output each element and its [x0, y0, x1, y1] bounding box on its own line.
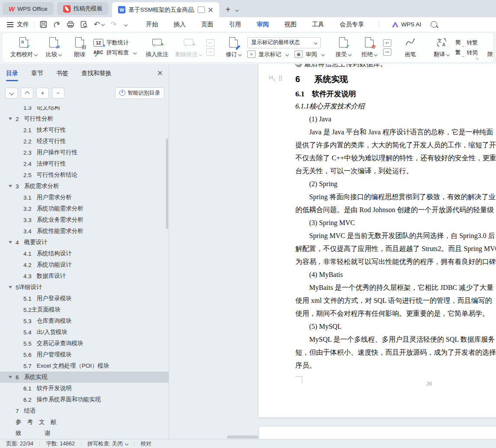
- track-changes-button[interactable]: 修订: [221, 35, 246, 60]
- next-comment-icon[interactable]: ↪: [206, 48, 214, 56]
- restrict-edit-button[interactable]: 限制编辑: [485, 35, 494, 60]
- zoom-in-button[interactable]: +: [36, 88, 49, 98]
- word-count-indicator[interactable]: 字数: 14862: [46, 440, 75, 448]
- toc-item-5.5[interactable]: 5.5交易记录查询模块: [0, 338, 169, 349]
- toc-item-2.4[interactable]: 2.4法律可行性: [0, 158, 169, 169]
- tab-wps-office[interactable]: W WPS Office: [3, 2, 54, 15]
- spell-check-button[interactable]: ABC 拼写检查: [93, 49, 136, 57]
- tab-template[interactable]: 找稿壳模板: [57, 2, 109, 15]
- next-change-icon[interactable]: ↪: [383, 48, 391, 56]
- toc-item-5.7[interactable]: 5.7Excel 文档处理（POI）模块: [0, 360, 169, 372]
- toc-item-4[interactable]: 4概要设计: [0, 237, 169, 248]
- markup-state-select[interactable]: 显示标记的最终状态: [247, 37, 321, 48]
- save-icon[interactable]: [40, 21, 47, 28]
- toc-item-5.3[interactable]: 5.3仓库查询模块: [0, 315, 169, 327]
- horizontal-scrollbar-thumb[interactable]: [227, 435, 258, 438]
- toc-item-致 谢[interactable]: 致 谢: [0, 428, 169, 439]
- file-menu[interactable]: 文件: [17, 21, 29, 29]
- close-pane-icon[interactable]: [157, 70, 163, 76]
- menu-item-插入[interactable]: 插入: [166, 19, 194, 31]
- tab-chapters[interactable]: 章节: [31, 70, 43, 77]
- redo-icon[interactable]: ↷: [110, 21, 116, 28]
- collapse-triangle-icon[interactable]: [9, 185, 16, 187]
- translate-button[interactable]: 文 A 翻译: [429, 35, 454, 60]
- toc-item-4.1[interactable]: 4.1系统结构设计: [0, 248, 169, 259]
- search-icon[interactable]: [431, 21, 437, 28]
- menu-item-工具[interactable]: 工具: [304, 19, 332, 31]
- toc-item-5.1[interactable]: 5.1用户登录模块: [0, 293, 169, 304]
- delete-comment-button[interactable]: × 删除批注: [173, 35, 205, 60]
- toc-item-3.1[interactable]: 3.1用户需求分析: [0, 192, 169, 203]
- menu-item-引用[interactable]: 引用: [221, 19, 249, 31]
- toc-item-5.2[interactable]: 5.2主页面模块: [0, 304, 169, 315]
- tab-contents[interactable]: 目录: [6, 70, 18, 77]
- toc-item-7[interactable]: 7结语: [0, 405, 169, 416]
- print-icon[interactable]: [67, 21, 74, 28]
- document-page-22[interactable]: H1 ③ 最后将信息上传到数据库。 6系统实现 6.1软件开发说明 6.1.1核…: [259, 64, 496, 417]
- collapse-triangle-icon[interactable]: [9, 118, 16, 120]
- close-tab-icon[interactable]: [208, 7, 213, 13]
- show-markup-button[interactable]: ≡ 显示标记: [247, 51, 288, 58]
- toc-item-参 考 文 献[interactable]: 参 考 文 献: [0, 416, 169, 428]
- collapse-triangle-icon[interactable]: [9, 376, 16, 378]
- hamburger-icon[interactable]: [7, 24, 13, 25]
- compare-button[interactable]: ⇄ 比较: [42, 35, 66, 60]
- menu-item-开始[interactable]: 开始: [138, 19, 166, 31]
- tab-find-replace[interactable]: 查找和替换: [81, 70, 112, 77]
- collapse-triangle-icon[interactable]: [9, 241, 16, 244]
- expand-button[interactable]: [5, 88, 18, 98]
- spell-check-indicator[interactable]: 拼写检查: 关闭: [87, 440, 128, 448]
- tab-bookmarks[interactable]: 书签: [56, 70, 68, 77]
- reject-button[interactable]: ⊘ 拒绝: [357, 35, 381, 60]
- tab-list-chevron-icon[interactable]: [235, 8, 239, 12]
- proofread-button[interactable]: 校对: [141, 440, 151, 448]
- toc-item-4.3[interactable]: 4.3数据库设计: [0, 270, 169, 282]
- zoom-out-button[interactable]: −: [52, 88, 64, 98]
- doc-proof-button[interactable]: a✓ 文档校对: [8, 35, 40, 60]
- export-pdf-icon[interactable]: [53, 21, 61, 28]
- collapse-button[interactable]: [21, 88, 33, 98]
- read-aloud-button[interactable]: ))) 朗读: [67, 35, 92, 60]
- wps-ai-button[interactable]: WPS AI: [392, 21, 422, 28]
- page-indicator[interactable]: 页面: 22/34: [6, 440, 33, 448]
- toc-item-2.5[interactable]: 2.5可行性分析结论: [0, 169, 169, 181]
- menu-item-页面[interactable]: 页面: [194, 19, 221, 31]
- menu-item-会员专享[interactable]: 会员专享: [332, 19, 372, 31]
- toc-item-6[interactable]: 6系统实现: [0, 372, 169, 383]
- sidebar-scrollbar-thumb[interactable]: [166, 138, 168, 229]
- heading-level-badge[interactable]: H1: [269, 74, 282, 82]
- previous-comment-icon[interactable]: ↩: [206, 39, 214, 47]
- drag-handle-icon[interactable]: [278, 75, 282, 81]
- toc-item-2.1[interactable]: 2.1技术可行性: [0, 124, 169, 136]
- review-pane-button[interactable]: ▣ 审阅: [294, 51, 324, 58]
- toc-item-3.3[interactable]: 3.3系统业务需求分析: [0, 214, 169, 226]
- brush-button[interactable]: 画笔: [398, 35, 422, 60]
- print-preview-icon[interactable]: [80, 21, 88, 28]
- previous-change-icon[interactable]: ↩: [383, 39, 391, 47]
- toolbar-more-chevron-icon[interactable]: [124, 22, 127, 26]
- toc-item-3[interactable]: 3系统需求分析: [0, 181, 169, 192]
- dialog-launcher-icon[interactable]: ↘: [475, 56, 478, 60]
- toc-item-3.2[interactable]: 3.2系统功能需求分析: [0, 203, 169, 214]
- toc-item-6.1[interactable]: 6.1软件开发说明: [0, 383, 169, 394]
- insert-comment-button[interactable]: + 插入批注: [143, 35, 171, 60]
- toc-item-3.4[interactable]: 3.4系统性能需求分析: [0, 226, 169, 237]
- toc-item-5[interactable]: 5详细设计: [0, 282, 169, 293]
- toc-item-2.3[interactable]: 2.3用户操作可行性: [0, 147, 169, 158]
- document-page-23-top[interactable]: [259, 426, 496, 439]
- toc-item-2.2[interactable]: 2.2经济可行性: [0, 136, 169, 147]
- smart-toc-button[interactable]: 智能识别目录: [115, 87, 164, 99]
- accept-button[interactable]: ✓ 接受: [331, 35, 355, 60]
- tab-document-active[interactable]: W 基于SSM框架的五金商品库存: [112, 2, 219, 17]
- menu-item-审阅[interactable]: 审阅: [249, 19, 277, 31]
- undo-group[interactable]: ↶: [94, 21, 104, 28]
- to-simplified-button[interactable]: 繁 转简: [455, 49, 478, 57]
- word-count-button[interactable]: 12 字数统计: [93, 39, 136, 47]
- to-traditional-button[interactable]: 简 转繁: [455, 39, 478, 47]
- toc-item-1.3[interactable]: 1.3论文结构: [0, 106, 169, 113]
- new-tab-button[interactable]: +: [225, 5, 230, 14]
- toc-item-2[interactable]: 2可行性分析: [0, 113, 169, 124]
- menu-item-视图[interactable]: 视图: [277, 19, 304, 31]
- toc-item-5.6[interactable]: 5.6用户管理模块: [0, 349, 169, 360]
- toc-item-6.2[interactable]: 6.2操作系统界面和功能实现: [0, 394, 169, 405]
